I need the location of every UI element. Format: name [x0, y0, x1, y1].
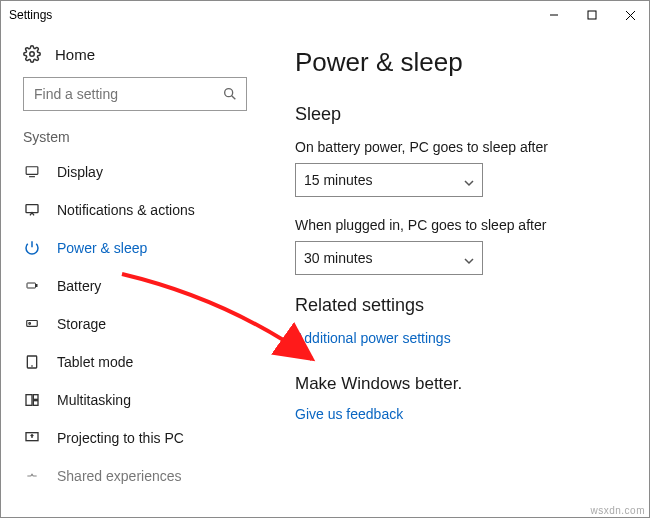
- battery-sleep-value: 15 minutes: [304, 172, 372, 188]
- sidebar-item-multitasking[interactable]: Multitasking: [1, 381, 269, 419]
- section-related-heading: Related settings: [295, 295, 623, 316]
- content-pane: Power & sleep Sleep On battery power, PC…: [269, 29, 649, 517]
- svg-point-4: [30, 52, 35, 57]
- svg-rect-7: [26, 167, 38, 175]
- sidebar-item-label: Battery: [57, 278, 101, 294]
- sidebar-item-tablet-mode[interactable]: Tablet mode: [1, 343, 269, 381]
- svg-point-13: [29, 323, 31, 325]
- svg-line-6: [232, 96, 236, 100]
- give-feedback-link[interactable]: Give us feedback: [295, 406, 403, 422]
- sidebar-item-battery[interactable]: Battery: [1, 267, 269, 305]
- projecting-icon: [23, 429, 41, 447]
- sidebar: Home System Display Notifications & acti…: [1, 29, 269, 517]
- sidebar-item-label: Display: [57, 164, 103, 180]
- page-title: Power & sleep: [295, 47, 623, 78]
- plugged-sleep-label: When plugged in, PC goes to sleep after: [295, 217, 623, 233]
- svg-rect-9: [26, 205, 38, 213]
- window-title: Settings: [9, 8, 52, 22]
- section-sleep-heading: Sleep: [295, 104, 623, 125]
- sidebar-item-notifications[interactable]: Notifications & actions: [1, 191, 269, 229]
- home-label: Home: [55, 46, 95, 63]
- shared-icon: [23, 467, 41, 485]
- battery-sleep-label: On battery power, PC goes to sleep after: [295, 139, 623, 155]
- sidebar-item-label: Multitasking: [57, 392, 131, 408]
- home-nav[interactable]: Home: [1, 39, 269, 77]
- sidebar-item-projecting[interactable]: Projecting to this PC: [1, 419, 269, 457]
- sidebar-item-storage[interactable]: Storage: [1, 305, 269, 343]
- storage-icon: [23, 315, 41, 333]
- svg-rect-16: [26, 395, 32, 406]
- search-box[interactable]: [23, 77, 247, 111]
- svg-rect-18: [33, 401, 38, 406]
- multitasking-icon: [23, 391, 41, 409]
- sidebar-item-label: Power & sleep: [57, 240, 147, 256]
- display-icon: [23, 163, 41, 181]
- search-icon: [222, 86, 238, 102]
- window-controls: [535, 1, 649, 29]
- plugged-sleep-select[interactable]: 30 minutes: [295, 241, 483, 275]
- svg-rect-17: [33, 395, 38, 400]
- additional-power-settings-link[interactable]: Additional power settings: [295, 330, 451, 346]
- svg-rect-1: [588, 11, 596, 19]
- sidebar-item-label: Shared experiences: [57, 468, 182, 484]
- section-make-better-heading: Make Windows better.: [295, 374, 623, 394]
- sidebar-item-label: Storage: [57, 316, 106, 332]
- sidebar-group-label: System: [1, 129, 269, 153]
- sidebar-item-label: Projecting to this PC: [57, 430, 184, 446]
- minimize-button[interactable]: [535, 1, 573, 29]
- chevron-down-icon: [464, 175, 474, 185]
- search-input[interactable]: [32, 85, 222, 103]
- sidebar-item-power-sleep[interactable]: Power & sleep: [1, 229, 269, 267]
- notifications-icon: [23, 201, 41, 219]
- maximize-button[interactable]: [573, 1, 611, 29]
- battery-sleep-select[interactable]: 15 minutes: [295, 163, 483, 197]
- chevron-down-icon: [464, 253, 474, 263]
- svg-rect-10: [27, 283, 36, 288]
- svg-point-5: [225, 89, 233, 97]
- watermark: wsxdn.com: [590, 505, 645, 516]
- sidebar-item-display[interactable]: Display: [1, 153, 269, 191]
- sidebar-item-label: Notifications & actions: [57, 202, 195, 218]
- sidebar-item-label: Tablet mode: [57, 354, 133, 370]
- sidebar-item-shared-experiences[interactable]: Shared experiences: [1, 457, 269, 495]
- gear-icon: [23, 45, 41, 63]
- window-titlebar: Settings: [1, 1, 649, 29]
- battery-icon: [23, 277, 41, 295]
- close-button[interactable]: [611, 1, 649, 29]
- plugged-sleep-value: 30 minutes: [304, 250, 372, 266]
- tablet-icon: [23, 353, 41, 371]
- svg-rect-11: [36, 285, 37, 287]
- power-icon: [23, 239, 41, 257]
- vertical-scrollbar[interactable]: [635, 29, 649, 517]
